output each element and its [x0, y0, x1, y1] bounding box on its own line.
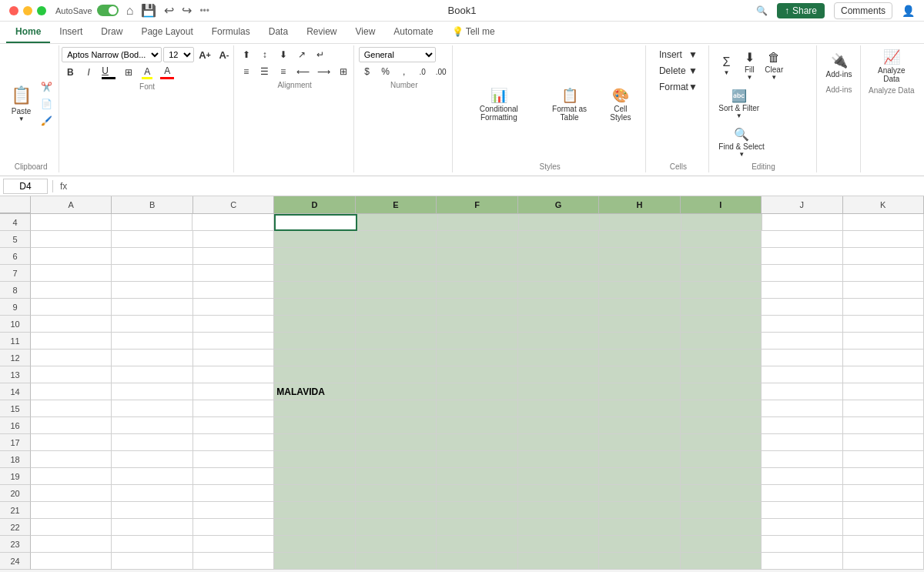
insert-button[interactable]: Insert ▼: [656, 47, 701, 62]
fill-button[interactable]: ⬇ Fill ▼: [738, 47, 760, 84]
tab-insert[interactable]: Insert: [50, 22, 92, 43]
cell-f4[interactable]: [438, 214, 519, 231]
tab-formulas[interactable]: Formulas: [203, 22, 259, 43]
sort-filter-button[interactable]: 🔤 Sort & Filter ▼: [715, 85, 762, 122]
row-num-14[interactable]: 14: [0, 383, 31, 400]
cell-h6[interactable]: [599, 248, 680, 265]
format-painter-button[interactable]: 🖌️: [38, 113, 55, 129]
col-header-d[interactable]: D: [274, 196, 355, 213]
cell-d5[interactable]: [274, 231, 355, 248]
row-num-19[interactable]: 19: [0, 468, 31, 485]
increase-font-button[interactable]: A+: [196, 47, 214, 62]
row-num-18[interactable]: 18: [0, 451, 31, 468]
orientation-button[interactable]: ↗: [293, 47, 310, 62]
format-as-table-button[interactable]: 📋 Format as Table: [541, 85, 599, 123]
comments-button[interactable]: Comments: [834, 2, 892, 19]
col-header-e[interactable]: E: [356, 196, 437, 213]
cell-j5[interactable]: [762, 231, 842, 248]
tab-data[interactable]: Data: [259, 22, 297, 43]
cell-b6[interactable]: [112, 248, 192, 265]
cell-j6[interactable]: [762, 248, 842, 265]
tab-automate[interactable]: Automate: [384, 22, 442, 43]
cell-b5[interactable]: [112, 231, 192, 248]
cell-h4[interactable]: [600, 214, 681, 231]
cell-e5[interactable]: [356, 231, 437, 248]
col-header-c[interactable]: C: [193, 196, 274, 213]
fill-color-button[interactable]: A: [139, 65, 156, 81]
col-header-k[interactable]: K: [843, 196, 924, 213]
conditional-formatting-button[interactable]: 📊 Conditional Formatting: [459, 85, 539, 123]
cell-f6[interactable]: [437, 248, 517, 265]
merge-center-button[interactable]: ⊞: [335, 64, 352, 79]
share-button[interactable]: ↑ Share: [777, 3, 825, 18]
borders-button[interactable]: ⊞: [120, 65, 137, 80]
col-header-i[interactable]: I: [681, 196, 762, 213]
find-select-button[interactable]: 🔍 Find & Select ▼: [715, 124, 767, 161]
minimize-button[interactable]: [23, 6, 32, 15]
cell-g5[interactable]: [518, 231, 599, 248]
align-top-button[interactable]: ⬆: [238, 47, 255, 62]
row-num-12[interactable]: 12: [0, 350, 31, 366]
cell-g6[interactable]: [518, 248, 599, 265]
row-num-21[interactable]: 21: [0, 502, 31, 519]
analyze-data-button[interactable]: 📈 Analyze Data: [867, 47, 916, 85]
cell-e4[interactable]: [357, 214, 438, 231]
decrease-font-button[interactable]: A-: [216, 47, 233, 62]
format-button[interactable]: Format ▼: [656, 79, 701, 95]
bold-button[interactable]: B: [62, 65, 79, 80]
cell-styles-button[interactable]: 🎨 Cell Styles: [601, 85, 641, 123]
col-header-g[interactable]: G: [518, 196, 599, 213]
tab-draw[interactable]: Draw: [92, 22, 132, 43]
redo-icon[interactable]: ↪: [182, 3, 192, 18]
increase-indent-button[interactable]: ⟶: [314, 64, 333, 79]
col-header-f[interactable]: F: [437, 196, 517, 213]
align-bottom-button[interactable]: ⬇: [275, 47, 292, 62]
delete-button[interactable]: Delete ▼: [656, 63, 701, 79]
cell-a5[interactable]: [31, 231, 112, 248]
cell-e6[interactable]: [356, 248, 437, 265]
function-label[interactable]: fx: [58, 181, 69, 192]
cell-j4[interactable]: [762, 214, 843, 231]
cell-a6[interactable]: [31, 248, 112, 265]
row-num-17[interactable]: 17: [0, 434, 31, 451]
cell-h5[interactable]: [599, 231, 680, 248]
cell-i6[interactable]: [681, 248, 762, 265]
close-button[interactable]: [9, 6, 18, 15]
autosave-toggle[interactable]: [97, 5, 119, 16]
align-right-button[interactable]: ≡: [275, 64, 292, 79]
col-header-a[interactable]: A: [31, 196, 112, 213]
paste-button[interactable]: 📋 Paste ▼: [7, 84, 36, 124]
cut-button[interactable]: ✂️: [38, 79, 55, 95]
cell-g4[interactable]: [519, 214, 600, 231]
number-format-select[interactable]: General: [359, 47, 436, 62]
row-num-11[interactable]: 11: [0, 333, 31, 350]
percent-button[interactable]: %: [377, 64, 394, 79]
cell-i4[interactable]: [681, 214, 762, 231]
row-num-7[interactable]: 7: [0, 265, 31, 282]
undo-icon[interactable]: ↩: [164, 3, 174, 18]
tab-home[interactable]: Home: [6, 22, 50, 43]
copy-button[interactable]: 📄: [38, 96, 55, 112]
cell-k5[interactable]: [843, 231, 924, 248]
cell-d6[interactable]: [274, 248, 355, 265]
align-center-button[interactable]: ☰: [256, 64, 273, 79]
sum-button[interactable]: Σ ▼: [715, 47, 737, 84]
tab-view[interactable]: View: [346, 22, 385, 43]
increase-decimal-button[interactable]: .0: [414, 64, 431, 79]
clear-button[interactable]: 🗑 Clear ▼: [762, 47, 786, 84]
cell-d14[interactable]: MALAVIDA: [274, 383, 355, 400]
italic-button[interactable]: I: [80, 65, 97, 80]
row-num-8[interactable]: 8: [0, 282, 31, 299]
formula-input[interactable]: [72, 181, 921, 192]
user-icon[interactable]: 👤: [902, 5, 915, 17]
addins-button[interactable]: 🔌 Add-ins: [823, 47, 855, 84]
row-num-20[interactable]: 20: [0, 485, 31, 502]
row-num-15[interactable]: 15: [0, 400, 31, 417]
maximize-button[interactable]: [37, 6, 46, 15]
cell-k4[interactable]: [843, 214, 924, 231]
col-header-b[interactable]: B: [112, 196, 192, 213]
home-icon[interactable]: ⌂: [126, 4, 134, 18]
row-num-23[interactable]: 23: [0, 536, 31, 553]
align-middle-button[interactable]: ↕: [256, 47, 273, 62]
font-size-select[interactable]: 12: [163, 47, 194, 62]
